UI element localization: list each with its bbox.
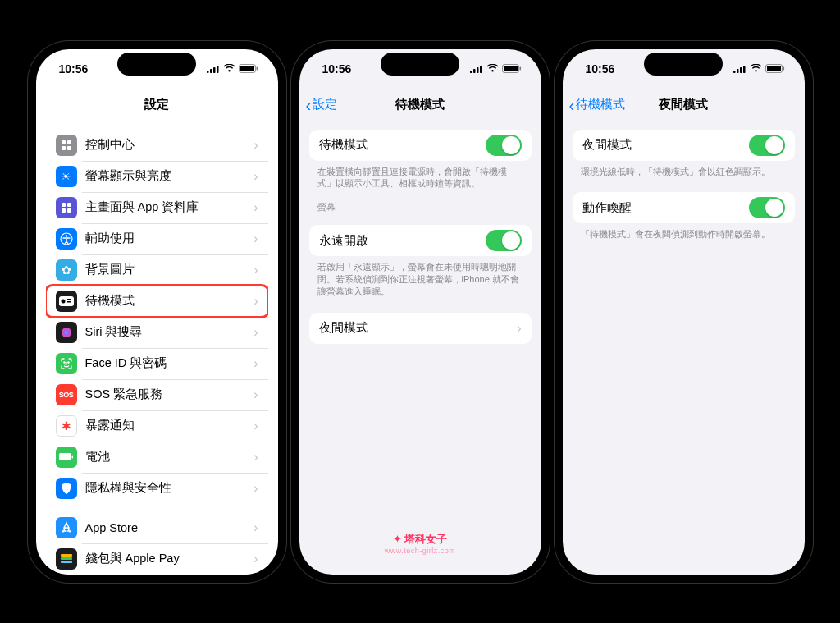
row-label: 輔助使用 [85,231,254,246]
phone-night-mode: 10:56 ‹ 待機模式 夜間模式 夜間模式 環境光線低時，「待機模式」會以紅色… [555,41,813,583]
page-title: 待機模式 [395,97,445,112]
svg-rect-38 [737,69,739,73]
chevron-right-icon: › [253,263,258,277]
svg-rect-10 [67,146,71,150]
svg-rect-19 [67,299,71,300]
back-button[interactable]: ‹ 設定 [306,89,338,121]
svg-rect-5 [240,66,254,71]
row-label: 夜間模式 [582,137,749,153]
row-label: Face ID 與密碼 [85,355,254,371]
status-time: 10:56 [59,62,89,76]
signal-icon [207,65,220,73]
row-control-center[interactable]: 控制中心 › [46,130,268,161]
svg-rect-24 [59,453,71,460]
night-mode-footer: 環境光線低時，「待機模式」會以紅色調顯示。 [563,161,805,178]
row-faceid[interactable]: Face ID 與密碼 › [46,348,268,379]
page-title: 設定 [144,97,169,112]
chevron-right-icon: › [253,138,258,153]
svg-rect-27 [61,557,72,560]
chevron-right-icon: › [253,200,258,215]
standby-content[interactable]: 待機模式 在裝置橫向靜置且連接電源時，會開啟「待機模式」以顯示小工具、相框或時鐘… [299,121,541,575]
row-standby-toggle[interactable]: 待機模式 [309,130,532,161]
chevron-right-icon: › [253,450,258,465]
status-time: 10:56 [322,62,352,76]
back-label: 待機模式 [576,97,625,112]
toggle-on[interactable] [486,230,522,251]
row-display[interactable]: ☀ 螢幕顯示與亮度 › [46,161,268,192]
row-app-store[interactable]: App Store › [46,512,268,543]
svg-rect-13 [62,208,66,213]
row-exposure[interactable]: ✱ 暴露通知 › [46,410,268,442]
row-label: 永遠開啟 [319,233,486,249]
svg-rect-2 [213,67,216,73]
dynamic-island [117,53,196,76]
nav-bar: ‹ 設定 待機模式 [299,89,541,121]
svg-rect-14 [67,208,71,213]
watermark: ✦塔科女子 www.tech-girlz.com [299,532,541,555]
svg-rect-43 [783,66,784,70]
standby-footer: 在裝置橫向靜置且連接電源時，會開啟「待機模式」以顯示小工具、相框或時鐘等資訊。 [299,161,541,190]
row-motion-wake[interactable]: 動作喚醒 [573,192,795,223]
standby-icon [56,291,77,312]
chevron-right-icon: › [253,231,258,246]
privacy-icon [56,478,77,499]
watermark-text: 塔科女子 [404,533,447,545]
row-always-on[interactable]: 永遠開啟 [309,225,532,256]
row-night-mode-link[interactable]: 夜間模式 › [309,313,532,344]
toggle-on[interactable] [486,135,522,156]
chevron-right-icon: › [253,387,258,402]
battery-icon [239,64,258,74]
chevron-right-icon: › [253,356,258,371]
row-label: App Store [85,521,254,534]
row-home-screen[interactable]: 主畫面與 App 資料庫 › [46,192,268,223]
svg-rect-31 [473,69,476,73]
svg-rect-6 [256,66,258,70]
watermark-icon: ✦ [393,533,402,545]
row-label: 錢包與 Apple Pay [85,551,254,566]
svg-point-22 [63,361,64,362]
svg-rect-30 [470,71,472,73]
wallpaper-icon: ✿ [56,259,77,281]
row-label: 螢幕顯示與亮度 [85,168,254,184]
row-siri[interactable]: Siri 與搜尋 › [46,317,268,348]
row-privacy[interactable]: 隱私權與安全性 › [46,473,268,504]
svg-rect-42 [767,66,781,71]
chevron-right-icon: › [253,481,258,496]
battery-icon [765,64,785,74]
siri-icon [56,322,77,343]
row-accessibility[interactable]: 輔助使用 › [46,223,268,254]
watermark-sub: www.tech-girlz.com [299,547,541,555]
toggle-on[interactable] [749,197,785,218]
chevron-right-icon: › [253,169,258,184]
wallet-icon [56,548,77,570]
row-label: 控制中心 [85,137,254,153]
svg-rect-0 [207,71,209,73]
back-button[interactable]: ‹ 待機模式 [569,89,626,121]
row-wallet[interactable]: 錢包與 Apple Pay › [46,543,268,575]
toggle-on[interactable] [749,135,785,156]
wifi-icon [750,64,762,73]
svg-rect-32 [477,67,479,73]
row-battery[interactable]: 電池 › [46,442,268,473]
svg-rect-26 [61,554,72,557]
chevron-right-icon: › [253,520,258,535]
row-wallpaper[interactable]: ✿ 背景圖片 › [46,254,268,286]
faceid-icon [56,353,77,374]
settings-list[interactable]: 控制中心 › ☀ 螢幕顯示與亮度 › 主畫面與 App 資料庫 › 輔助使用 › [36,121,278,575]
svg-rect-12 [67,203,71,207]
svg-rect-9 [62,146,66,150]
night-mode-content[interactable]: 夜間模式 環境光線低時，「待機模式」會以紅色調顯示。 動作喚醒 「待機模式」會在… [563,121,805,575]
svg-rect-35 [504,66,518,71]
dynamic-island [644,53,723,76]
always-on-footer: 若啟用「永遠顯示」，螢幕會在未使用時聰明地關閉。若系統偵測到你正注視著螢幕，iP… [299,256,541,298]
svg-point-18 [61,299,65,303]
chevron-right-icon: › [253,325,258,340]
phone-standby: 10:56 ‹ 設定 待機模式 待機模式 在裝置橫向靜置且連接電源時，會開啟「待… [291,41,550,583]
row-night-mode-toggle[interactable]: 夜間模式 [573,130,795,161]
svg-rect-7 [62,140,66,144]
status-time: 10:56 [586,62,615,76]
svg-rect-36 [519,66,521,70]
row-sos[interactable]: SOS SOS 緊急服務 › [46,379,268,410]
row-standby[interactable]: 待機模式 › [46,286,268,317]
svg-rect-11 [62,203,66,207]
